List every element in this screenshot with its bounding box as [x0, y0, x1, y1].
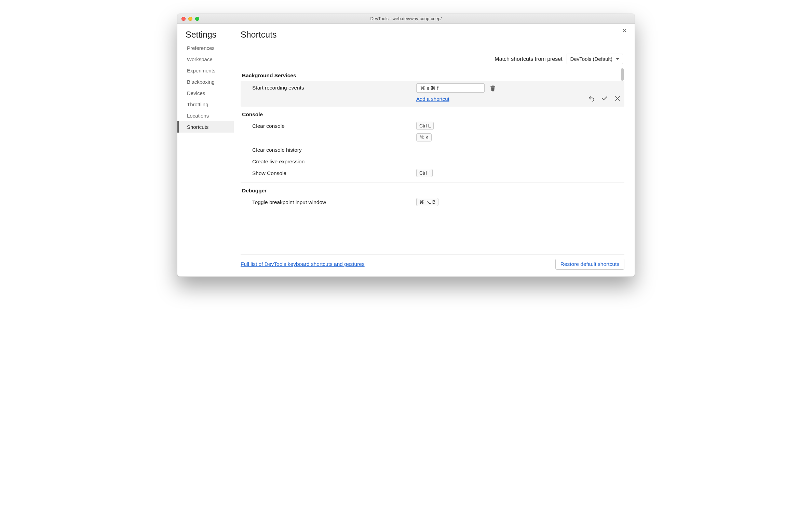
shortcut-row-toggle-bp[interactable]: Toggle breakpoint input window ⌘ ⌥ B [241, 196, 624, 208]
sidebar-item-preferences[interactable]: Preferences [177, 42, 234, 54]
close-icon [614, 95, 621, 102]
shortcut-input[interactable] [416, 83, 485, 93]
restore-defaults-button[interactable]: Restore default shortcuts [555, 259, 624, 270]
preset-select[interactable]: DevTools (Default) [567, 54, 623, 64]
app-window: DevTools - web.dev/why-coop-coep/ Settin… [177, 14, 635, 277]
shortcut-label: Create live expression [252, 157, 416, 165]
sidebar-item-experiments[interactable]: Experiments [177, 65, 234, 76]
shortcut-key: ⌘ K [416, 133, 432, 141]
shortcut-label: Start recording events [252, 83, 416, 91]
shortcut-key: Ctrl ` [416, 169, 433, 177]
shortcut-key: Ctrl L [416, 122, 434, 130]
sidebar-item-locations[interactable]: Locations [177, 110, 234, 121]
sidebar: Settings Preferences Workspace Experimen… [177, 24, 234, 276]
shortcut-label: Clear console [252, 122, 416, 129]
preset-label: Match shortcuts from preset [495, 56, 562, 62]
sidebar-item-throttling[interactable]: Throttling [177, 99, 234, 110]
sidebar-item-devices[interactable]: Devices [177, 87, 234, 99]
check-icon [601, 95, 608, 102]
revert-button[interactable] [588, 95, 595, 102]
delete-shortcut-button[interactable] [489, 85, 496, 92]
shortcut-row-show-console[interactable]: Show Console Ctrl ` [241, 167, 624, 179]
titlebar: DevTools - web.dev/why-coop-coep/ [177, 14, 635, 24]
window-zoom-button[interactable] [195, 17, 199, 21]
cancel-button[interactable] [614, 95, 621, 102]
shortcut-row-clear-history[interactable]: Clear console history [241, 144, 624, 155]
section-heading-background: Background Services [241, 68, 624, 81]
shortcuts-scroll-area: Background Services Start recording even… [241, 68, 624, 252]
add-shortcut-link[interactable]: Add a shortcut [416, 96, 449, 102]
shortcut-key: ⌘ ⌥ B [416, 198, 438, 206]
shortcut-label: Clear console history [252, 146, 416, 153]
undo-icon [588, 95, 595, 102]
window-title: DevTools - web.dev/why-coop-coep/ [177, 16, 635, 21]
traffic-lights [177, 17, 199, 21]
shortcut-row-clear-console[interactable]: Clear console Ctrl L ⌘ K [241, 120, 624, 144]
close-settings-button[interactable]: ✕ [622, 27, 627, 35]
scrollbar-thumb[interactable] [621, 68, 624, 81]
window-minimize-button[interactable] [188, 17, 192, 21]
shortcut-row-start-recording: Start recording events Add a shortcut [241, 81, 624, 107]
sidebar-item-shortcuts[interactable]: Shortcuts [177, 121, 234, 133]
trash-icon [489, 85, 496, 92]
shortcut-label: Toggle breakpoint input window [252, 198, 416, 205]
section-heading-debugger: Debugger [241, 183, 624, 196]
sidebar-title: Settings [177, 30, 234, 42]
sidebar-item-workspace[interactable]: Workspace [177, 54, 234, 65]
confirm-button[interactable] [601, 95, 608, 102]
footer: Full list of DevTools keyboard shortcuts… [241, 254, 624, 270]
main: ✕ Shortcuts Match shortcuts from preset … [234, 24, 635, 276]
content: Settings Preferences Workspace Experimen… [177, 24, 635, 276]
shortcut-row-create-live[interactable]: Create live expression [241, 155, 624, 167]
window-close-button[interactable] [181, 17, 186, 21]
sidebar-item-blackboxing[interactable]: Blackboxing [177, 76, 234, 87]
section-heading-console: Console [241, 107, 624, 120]
page-title: Shortcuts [241, 30, 624, 44]
shortcut-label: Show Console [252, 169, 416, 176]
preset-row: Match shortcuts from preset DevTools (De… [241, 44, 624, 68]
full-list-link[interactable]: Full list of DevTools keyboard shortcuts… [241, 261, 365, 267]
